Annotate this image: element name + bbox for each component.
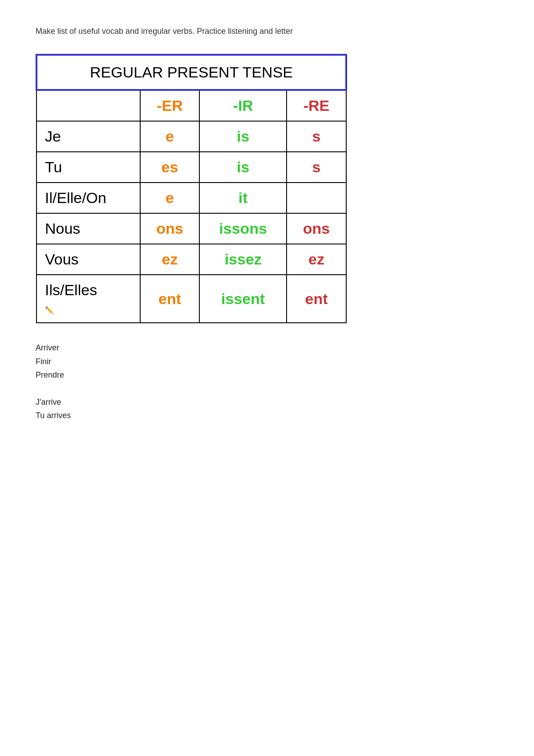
conjugation-table-wrapper: REGULAR PRESENT TENSE -ER -IR -RE Je e i… [36, 54, 347, 323]
title-regular: REGULAR [90, 64, 167, 81]
ending-tu-re: s [287, 152, 346, 183]
ending-vous-re: ez [287, 244, 346, 275]
ending-ils-re: ent [287, 275, 346, 323]
ending-je-re: s [287, 121, 346, 152]
header-er: -ER [140, 90, 200, 121]
ending-je-er: e [140, 121, 200, 152]
ending-nous-ir: issons [199, 213, 287, 244]
header-empty [36, 90, 140, 121]
table-row: Tu es is s [36, 152, 346, 183]
pronoun-il-elle-on: Il/Elle/On [36, 183, 140, 213]
ending-il-ir: it [199, 183, 287, 213]
title-row: REGULAR PRESENT TENSE [36, 55, 346, 90]
example-jarrive: J'arrive [36, 395, 498, 409]
title-bold: PRESENT TENSE [167, 64, 293, 81]
table-row: Nous ons issons ons [36, 213, 346, 244]
ending-il-re [287, 183, 346, 213]
ending-tu-ir: is [199, 152, 287, 183]
header-re: -RE [287, 90, 346, 121]
vocab-item-prendre: Prendre [36, 368, 498, 382]
table-row: Il/Elle/On e it [36, 183, 346, 213]
ending-vous-er: ez [140, 244, 200, 275]
header-ir: -IR [199, 90, 287, 121]
instruction-text: Make list of useful vocab and irregular … [36, 27, 498, 36]
header-row: -ER -IR -RE [36, 90, 346, 121]
pronoun-je: Je [36, 121, 140, 152]
pronoun-vous: Vous [36, 244, 140, 275]
pronoun-nous: Nous [36, 213, 140, 244]
examples-section: J'arrive Tu arrives [36, 395, 498, 423]
table-row: Ils/Elles ✏️ ent issent ent [36, 275, 346, 323]
conjugation-table: REGULAR PRESENT TENSE -ER -IR -RE Je e i… [36, 54, 347, 323]
small-icon-pencil: ✏️ [45, 306, 54, 314]
pronoun-ils-elles: Ils/Elles ✏️ [36, 275, 140, 323]
table-title-cell: REGULAR PRESENT TENSE [36, 55, 346, 90]
table-row: Vous ez issez ez [36, 244, 346, 275]
ending-ils-er: ent [140, 275, 200, 323]
vocab-item-arriver: Arriver [36, 341, 498, 355]
ending-je-ir: is [199, 121, 287, 152]
ending-nous-er: ons [140, 213, 200, 244]
example-tuarrives: Tu arrives [36, 409, 498, 423]
ending-vous-ir: issez [199, 244, 287, 275]
pronoun-tu: Tu [36, 152, 140, 183]
ending-nous-re: ons [287, 213, 346, 244]
ending-tu-er: es [140, 152, 200, 183]
table-row: Je e is s [36, 121, 346, 152]
ending-il-er: e [140, 183, 200, 213]
vocab-section: Arriver Finir Prendre [36, 341, 498, 382]
table-title: REGULAR PRESENT TENSE [90, 64, 293, 81]
vocab-item-finir: Finir [36, 355, 498, 369]
ending-ils-ir: issent [199, 275, 287, 323]
